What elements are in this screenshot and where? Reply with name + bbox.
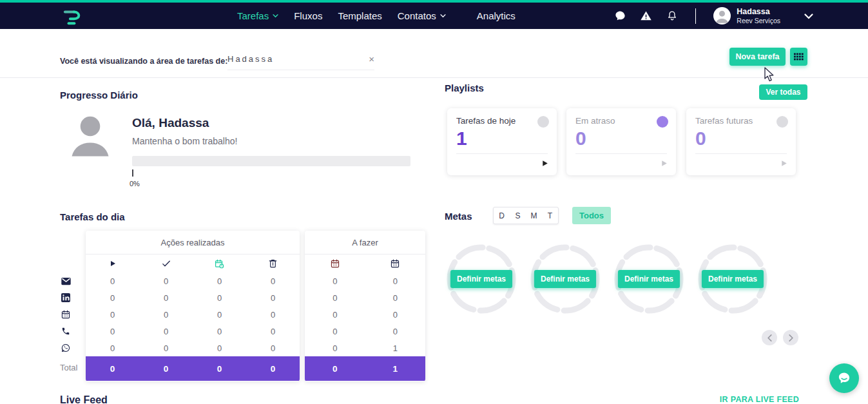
user-menu[interactable]: Hadassa Reev Serviços [713,7,780,25]
period-option-d[interactable]: D [494,207,510,224]
period-option-m[interactable]: M [526,207,542,224]
total-cell: 1 [365,364,426,374]
cell: 0 [246,310,300,320]
viewing-user-field[interactable]: Hadassa × [227,54,374,70]
cell: 0 [86,327,139,336]
done-card-title: Ações realizadas [86,231,300,255]
playlist-card-overdue[interactable]: Em atraso 0 [566,108,676,175]
support-chat-button[interactable] [829,363,859,393]
table-row: 00 [305,289,425,306]
alert-icon[interactable] [640,10,652,22]
cell: 0 [193,310,246,320]
whatsapp-icon [61,340,74,356]
menu-item-templates[interactable]: Templates [338,10,381,21]
viewing-user-value: Hadassa [227,54,274,64]
cell: 0 [86,293,139,303]
play-icon [86,260,139,267]
calendar-icon [365,259,426,268]
cell: 0 [139,310,193,320]
define-goals-button[interactable]: Definir metas [534,270,596,288]
user-avatar [713,7,731,24]
cell: 0 [193,293,246,303]
menu-item-tarefas[interactable]: Tarefas [237,10,278,21]
task-dashboard: Tarefas Fluxos Templates Contatos Analyt… [0,0,868,404]
table-row: 00 [305,306,425,323]
period-selector: D S M T [493,207,559,224]
see-all-playlists-button[interactable]: Ver todas [759,84,807,100]
period-option-s[interactable]: S [510,207,526,224]
chat-icon[interactable] [614,10,626,22]
grid-icon [794,53,804,61]
period-option-todos[interactable]: Todos [572,207,611,224]
phone-icon [61,323,74,340]
play-icon[interactable] [541,159,549,170]
define-goals-button[interactable]: Definir metas [450,270,512,288]
play-icon[interactable] [780,159,788,170]
close-icon[interactable]: × [369,55,374,63]
user-company: Reev Serviços [737,17,780,25]
cell: 0 [305,293,365,303]
total-cell: 0 [193,364,246,374]
playlist-card-today[interactable]: Tarefas de hoje 1 [447,108,557,175]
menu-item-contatos[interactable]: Contatos [398,10,446,21]
navbar-divider [695,8,696,24]
chevron-right-icon [788,334,794,341]
cell: 0 [86,310,139,320]
table-row: 00 [305,273,425,289]
playlist-card-label: Em atraso [575,116,667,126]
card-divider [695,153,787,154]
cell: 0 [365,276,426,286]
progress-section-title: Progresso Diário [60,90,138,101]
table-row: 0000 [86,289,300,306]
playlist-card-future[interactable]: Tarefas futuras 0 [686,108,796,175]
reev-logo-icon[interactable] [61,7,86,29]
total-row-label: Total [60,363,77,372]
user-chevron-down-icon[interactable] [804,10,813,22]
grid-view-button[interactable] [790,48,807,66]
total-cell: 0 [305,364,365,374]
viewing-area-label: Você está visualizando a área de tarefas… [60,57,227,66]
chevron-left-icon [767,334,773,341]
pager-prev-button[interactable] [762,330,777,345]
cell: 0 [139,327,193,336]
menu-label-fluxos: Fluxos [294,10,322,21]
total-cell: 0 [139,364,193,374]
email-icon [61,273,74,289]
goal-gauge: Definir metas [613,244,684,314]
daily-progress-bar [132,156,410,166]
cell: 0 [246,327,300,336]
period-option-t[interactable]: T [542,207,558,224]
done-icons-row [86,255,300,273]
actions-done-card: Ações realizadas 0000 0000 0000 0000 000… [86,231,300,381]
progress-percent: 0% [130,180,140,188]
top-navbar: Tarefas Fluxos Templates Contatos Analyt… [0,0,868,29]
go-to-livefeed-link[interactable]: IR PARA LIVE FEED [720,395,799,404]
pager-next-button[interactable] [783,330,798,345]
define-goals-button[interactable]: Definir metas [618,270,680,288]
card-divider [575,153,667,154]
progress-tick [132,169,133,177]
playlist-card-label: Tarefas de hoje [456,116,548,126]
menu-item-fluxos[interactable]: Fluxos [294,10,322,21]
chat-bubble-icon [836,370,852,386]
play-icon[interactable] [660,159,668,170]
main-menu: Tarefas Fluxos Templates Contatos Analyt… [237,3,516,29]
bell-icon[interactable] [666,10,678,22]
goal-gauges: Definir metas Definir metas Definir meta… [446,244,768,314]
gauges-pager [762,330,798,345]
cell: 0 [246,293,300,303]
goal-gauge: Definir metas [530,244,601,314]
define-goals-button[interactable]: Definir metas [702,270,764,288]
menu-label-tarefas: Tarefas [237,10,269,21]
cell: 0 [86,343,139,353]
header-divider [0,77,868,78]
menu-item-analytics[interactable]: Analytics [477,10,516,21]
cell: 0 [139,343,193,353]
cell: 0 [246,343,300,353]
calendar-overdue-icon [305,259,365,268]
table-row: 00 [305,323,425,340]
greeting-title: Olá, Hadassa [132,116,209,130]
mouse-cursor [764,67,775,82]
new-task-button[interactable]: Nova tarefa [729,48,786,66]
playlist-count: 1 [456,128,548,149]
